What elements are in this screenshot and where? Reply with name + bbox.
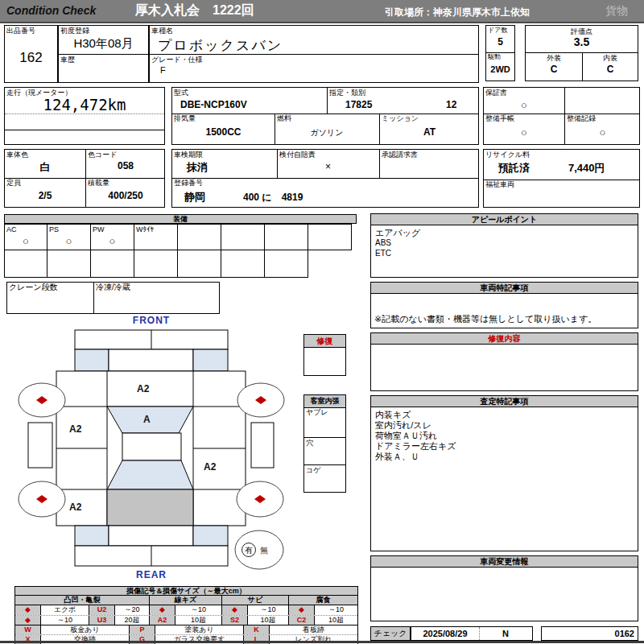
roof — [122, 433, 181, 460]
plate-area-value: 静岡 — [184, 190, 205, 204]
code-desc: 看板跡 — [270, 625, 357, 634]
title-bar: Condition Check 厚木入札会 1222回 引取場所：神奈川県厚木市… — [0, 0, 644, 23]
first-registration-label: 初度登録 — [60, 27, 89, 35]
documents-box: 保証書 ○ 整備手帳 ○ 整備記録 ○ — [483, 87, 640, 145]
mission-value: AT — [379, 126, 480, 138]
check-label: チェック — [370, 626, 411, 641]
repair-details-panel: 修復内容 — [370, 332, 638, 391]
change-info-panel: 車両変更情報 — [370, 555, 638, 621]
welfare-label: 福祉車両 — [485, 180, 514, 188]
rear-label: REAR — [75, 569, 228, 580]
equipment-pw-mark: ○ — [91, 235, 134, 247]
check-inspector-value: N — [479, 627, 532, 640]
inspection-plate-box: 車検期限 抹消 検付自賠責 × 承認請求書 登録番号 静岡 400 に 4819 — [171, 149, 479, 208]
class-no-value: 17825 — [345, 99, 372, 110]
equipment-empty-cell — [221, 250, 265, 278]
equipment-empty-cell — [265, 224, 308, 250]
equipment-empty-cell — [4, 250, 47, 278]
front-left-lamp — [75, 349, 109, 371]
legend-group: 線キズ — [150, 596, 222, 605]
lot-number-box: 出品番号 162 — [4, 25, 58, 83]
color-code-label: 色コード — [88, 151, 117, 159]
plate-number-value: 400 に 4819 — [243, 191, 303, 204]
code-symbol: K — [244, 625, 270, 634]
model-code-label: 型式 — [174, 89, 188, 97]
appeal-item: ETC — [375, 249, 391, 258]
lot-number-value: 162 — [5, 50, 57, 66]
legend-group: サビ — [222, 596, 289, 605]
appeal-item: ABS — [375, 238, 391, 247]
warranty-value: ○ — [484, 99, 564, 111]
color-code-value: 058 — [85, 160, 166, 171]
crane-label: クレーン段数 — [9, 283, 58, 291]
equipment-wtire-label: Wﾀｲﾔ — [136, 225, 154, 233]
repair-details-title: 修復内容 — [371, 333, 638, 345]
payload-value: 400/250 — [85, 190, 166, 201]
approval-label: 承認請求書 — [382, 151, 418, 159]
check-date-value: 2025/08/29 — [411, 627, 479, 640]
appeal-points-title: アピールポイント — [371, 214, 638, 225]
recycle-status-value: 預託済 — [498, 161, 530, 175]
plate-label: 登録番号 — [174, 179, 203, 187]
displacement-label: 排気量 — [174, 114, 196, 122]
equipment-pw-label: PW — [93, 225, 105, 233]
class-label: 指定・類別 — [329, 89, 365, 97]
damage-mark-right-rear: A2 — [204, 461, 217, 473]
legend-desc: ～10 — [315, 605, 357, 615]
model-code-box: 型式 DBE-NCP160V 指定・類別 17825 12 排気量 1500CC… — [171, 87, 479, 145]
interior-lining-title: 客室内張 — [304, 395, 345, 408]
equipment-empty-cell — [47, 250, 91, 278]
vehicle-category: 貨物 — [605, 4, 628, 19]
body-color-label: 車体色 — [6, 151, 28, 159]
code-desc: 板金あり — [41, 625, 130, 634]
equipment-empty-cell — [134, 250, 178, 278]
front-grille — [109, 349, 193, 371]
equipment-ps-label: PS — [49, 225, 59, 233]
equipment-ac-mark: ○ — [5, 235, 47, 247]
lining-hole-label: 穴 — [306, 439, 313, 447]
mileage-value: 124,472km — [5, 96, 164, 114]
damage-mark-hood: A2 — [137, 383, 150, 394]
damage-mark-left-front: A2 — [69, 423, 82, 435]
vehicle-notes-panel: 車両特記事項 ※記載のない書類・機器等は無しとして取り扱います。 — [370, 282, 638, 328]
inspection-value: 抹消 — [187, 160, 208, 175]
legend-symbol: ◆ — [222, 605, 248, 615]
spare-none-label: 無 — [260, 546, 268, 555]
maintenance-book-value: ○ — [484, 126, 564, 138]
equipment-row-2 — [4, 250, 308, 278]
equipment-ac-label: AC — [6, 225, 17, 233]
change-info-title: 車両変更情報 — [371, 556, 638, 568]
maintenance-record-value: ○ — [564, 126, 641, 138]
rear-left-lamp — [75, 526, 109, 546]
auction-title: 厚木入札会 1222回 — [135, 2, 254, 19]
score-box: 評価点 3.5 外装 C 内装 C — [525, 25, 638, 81]
equipment-empty-cell — [308, 224, 352, 250]
lining-tear-label: ヤブレ — [306, 408, 328, 416]
rear-right-lamp — [193, 526, 228, 546]
appeal-item: エアバッグ — [375, 227, 420, 239]
repair-mini-box: 修復 — [303, 334, 346, 376]
interior-label: 内装 — [582, 53, 638, 64]
capacity-label: 定員 — [6, 179, 21, 187]
payload-label: 積載量 — [88, 179, 109, 187]
doors-label: ドア数 — [488, 27, 507, 35]
drive-value: 2WD — [486, 64, 514, 74]
legend-desc: エクボ — [41, 605, 89, 615]
equipment-empty-cell — [91, 250, 134, 278]
repair-mini-title: 修復 — [304, 335, 345, 348]
first-registration-box: 初度登録 H30年08月 車歴 — [58, 25, 149, 83]
brand-logo: Condition Check — [6, 4, 96, 17]
interior-value: C — [582, 64, 638, 75]
interior-lining-box: 客室内張 ヤブレ 穴 コゲ — [303, 394, 346, 493]
cargo-area — [107, 489, 193, 526]
legend-group: 腐食 — [289, 596, 357, 605]
history-label: 車歴 — [60, 56, 75, 64]
legend-group-row: 凸凹・亀裂 線キズ サビ 腐食 — [15, 595, 357, 605]
jibaiseki-label: 検付自賠責 — [279, 151, 316, 159]
reefer-label: 冷凍/冷蔵 — [96, 283, 130, 291]
vehicle-notes-text: ※記載のない書類・機器等は無しとして取り扱います。 — [374, 313, 597, 325]
legend-desc: ～20 — [115, 605, 150, 615]
legend-symbol: ◆ — [289, 605, 315, 615]
bottom-border — [0, 641, 644, 643]
equipment-ps-mark: ○ — [47, 235, 90, 247]
